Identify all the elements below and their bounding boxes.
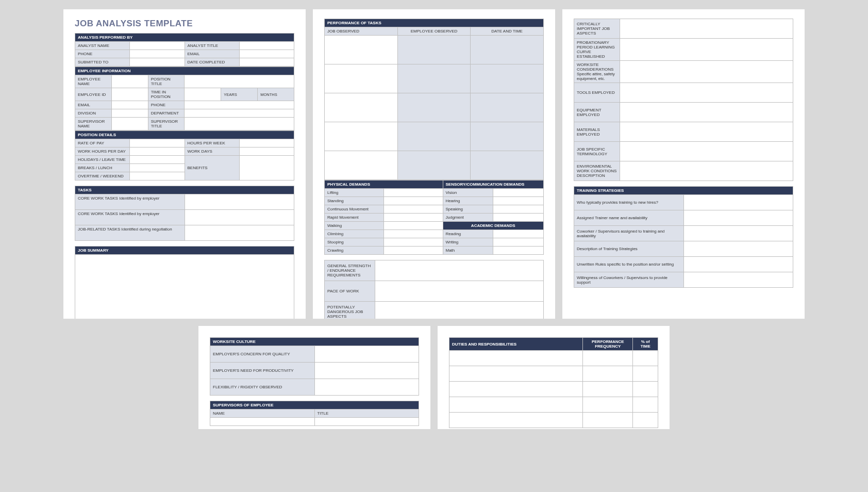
field[interactable] <box>383 189 443 197</box>
field[interactable] <box>314 346 419 363</box>
field[interactable] <box>130 172 185 181</box>
field[interactable] <box>325 93 398 122</box>
field[interactable] <box>383 222 443 230</box>
field[interactable] <box>383 214 443 222</box>
field[interactable] <box>185 225 294 241</box>
label: POSITION TITLE <box>148 75 185 88</box>
field[interactable] <box>683 210 793 226</box>
field[interactable] <box>620 61 793 83</box>
label: Stooping <box>325 238 384 247</box>
field[interactable] <box>210 418 315 426</box>
page-3: CRITICALLY IMPORTANT JOB ASPECTS PROBATI… <box>562 9 805 319</box>
field[interactable] <box>397 122 471 151</box>
field[interactable] <box>620 122 793 142</box>
field[interactable] <box>449 413 583 428</box>
field[interactable] <box>397 64 471 93</box>
field[interactable] <box>633 413 658 428</box>
field[interactable] <box>383 197 443 205</box>
field[interactable] <box>111 118 148 130</box>
field[interactable] <box>383 238 443 247</box>
field[interactable] <box>75 255 294 319</box>
field[interactable] <box>111 75 148 88</box>
field[interactable] <box>493 230 544 238</box>
field[interactable] <box>111 109 148 118</box>
field[interactable] <box>383 205 443 214</box>
field[interactable] <box>130 42 185 50</box>
field[interactable] <box>583 382 633 397</box>
field[interactable] <box>325 36 398 64</box>
field[interactable] <box>633 366 658 382</box>
field[interactable] <box>449 351 583 366</box>
field[interactable] <box>239 42 294 50</box>
field[interactable] <box>130 139 185 147</box>
field[interactable] <box>493 247 544 255</box>
field[interactable] <box>583 351 633 366</box>
field[interactable] <box>185 194 294 210</box>
field[interactable] <box>239 147 294 156</box>
field[interactable] <box>493 214 544 222</box>
field[interactable] <box>471 122 544 151</box>
field[interactable] <box>620 161 793 181</box>
field[interactable] <box>397 36 471 64</box>
field[interactable] <box>383 247 443 255</box>
field[interactable] <box>449 366 583 382</box>
field[interactable] <box>493 189 544 197</box>
field[interactable] <box>375 260 543 281</box>
field[interactable] <box>314 418 419 426</box>
field[interactable] <box>130 147 185 156</box>
field[interactable] <box>471 93 544 122</box>
field[interactable] <box>130 156 185 164</box>
field[interactable] <box>397 93 471 122</box>
field[interactable] <box>185 101 294 109</box>
field[interactable] <box>185 109 294 118</box>
field[interactable] <box>633 351 658 366</box>
field[interactable] <box>583 397 633 413</box>
field[interactable] <box>325 64 398 93</box>
field[interactable] <box>683 226 793 241</box>
field[interactable] <box>325 151 398 180</box>
field[interactable] <box>325 122 398 151</box>
field[interactable] <box>633 382 658 397</box>
field[interactable] <box>130 164 185 172</box>
field[interactable] <box>683 195 793 210</box>
field[interactable] <box>375 281 543 302</box>
field[interactable] <box>633 397 658 413</box>
field[interactable] <box>620 142 793 161</box>
field[interactable] <box>239 139 294 147</box>
field[interactable] <box>185 88 221 101</box>
field[interactable] <box>583 413 633 428</box>
field[interactable] <box>683 272 793 288</box>
field[interactable] <box>314 363 419 379</box>
field[interactable] <box>583 366 633 382</box>
field[interactable] <box>493 205 544 214</box>
field[interactable] <box>449 382 583 397</box>
field[interactable] <box>683 257 793 272</box>
field[interactable] <box>185 118 294 130</box>
field[interactable] <box>111 101 148 109</box>
field[interactable] <box>130 50 185 58</box>
field[interactable] <box>239 58 294 67</box>
section-header: TASKS <box>75 186 294 194</box>
field[interactable] <box>620 103 793 122</box>
field[interactable] <box>493 197 544 205</box>
field[interactable] <box>471 36 544 64</box>
field[interactable] <box>239 156 294 181</box>
field[interactable] <box>683 241 793 257</box>
field[interactable] <box>397 151 471 180</box>
label: Lifting <box>325 189 384 197</box>
field[interactable] <box>449 397 583 413</box>
field[interactable] <box>620 39 793 61</box>
field[interactable] <box>239 50 294 58</box>
field[interactable] <box>620 19 793 39</box>
field[interactable] <box>620 83 793 103</box>
field[interactable] <box>375 302 543 319</box>
field[interactable] <box>185 75 294 88</box>
field[interactable] <box>314 379 419 396</box>
field[interactable] <box>185 210 294 225</box>
field[interactable] <box>383 230 443 238</box>
field[interactable] <box>493 238 544 247</box>
field[interactable] <box>471 64 544 93</box>
field[interactable] <box>111 88 148 101</box>
field[interactable] <box>471 151 544 180</box>
field[interactable] <box>130 58 185 67</box>
